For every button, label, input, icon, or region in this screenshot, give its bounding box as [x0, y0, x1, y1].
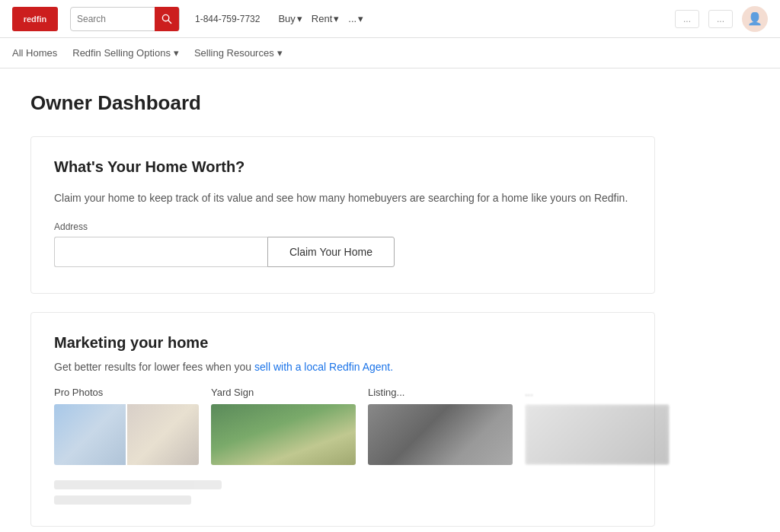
claim-heading: What's Your Home Worth? [54, 158, 631, 176]
avatar[interactable]: 👤 [742, 6, 768, 32]
subnav-all-homes[interactable]: All Homes [12, 41, 57, 65]
search-icon [161, 14, 172, 24]
nav-btn-1[interactable]: ... [675, 10, 699, 28]
nav-right: ... ... 👤 [675, 6, 768, 32]
subnav-selling-resources[interactable]: Selling Resources ▾ [194, 41, 283, 65]
claim-home-button[interactable]: Claim Your Home [267, 237, 395, 267]
subnav-selling-options[interactable]: Redfin Selling Options ▾ [72, 41, 179, 65]
marketing-item-yard-sign: Yard Sign [211, 387, 356, 465]
sub-nav: All Homes Redfin Selling Options ▾ Selli… [0, 38, 780, 68]
marketing-item-pro-photos: Pro Photos [54, 387, 199, 465]
claim-home-section: What's Your Home Worth? Claim your home … [30, 136, 655, 294]
marketing-section: Marketing your home Get better results f… [30, 312, 655, 527]
redfin-agent-link[interactable]: sell with a local Redfin Agent. [254, 361, 393, 373]
marketing-grid: Pro Photos Yard Sign Listing... [54, 387, 631, 465]
search-input[interactable] [71, 14, 155, 24]
blurred-label: ... [525, 387, 670, 398]
page-title: Owner Dashboard [30, 91, 655, 115]
nav-rent[interactable]: Rent ▾ [312, 13, 339, 24]
main-content: Owner Dashboard What's Your Home Worth? … [0, 68, 686, 532]
listing-image [368, 404, 513, 465]
search-bar [70, 7, 180, 31]
yard-sign-image [211, 404, 356, 465]
top-nav: redfin 1-844-759-7732 Buy ▾ Rent ▾ ... ▾… [0, 0, 780, 38]
logo[interactable]: redfin [12, 7, 58, 31]
address-row: Claim Your Home [54, 237, 631, 267]
claim-description: Claim your home to keep track of its val… [54, 190, 631, 206]
logo-text: redfin [24, 14, 47, 24]
pro-photos-label: Pro Photos [54, 387, 199, 398]
address-input[interactable] [54, 237, 267, 267]
bottom-blurred-content [54, 480, 631, 505]
listing-label: Listing... [368, 387, 513, 398]
marketing-item-blurred: ... [525, 387, 670, 465]
pro-photos-image [54, 404, 199, 465]
phone-number: 1-844-759-7732 [195, 14, 260, 24]
nav-btn-2[interactable]: ... [708, 10, 733, 28]
yard-sign-label: Yard Sign [211, 387, 356, 398]
svg-point-0 [162, 14, 168, 21]
nav-buy[interactable]: Buy ▾ [278, 13, 302, 24]
address-label: Address [54, 221, 631, 232]
blurred-line-2 [54, 495, 191, 505]
nav-more[interactable]: ... ▾ [348, 13, 363, 24]
main-nav: Buy ▾ Rent ▾ ... ▾ [278, 13, 363, 24]
blurred-line-1 [54, 480, 222, 489]
svg-line-1 [168, 21, 171, 24]
search-button[interactable] [155, 7, 179, 31]
marketing-description: Get better results for lower fees when y… [54, 361, 631, 373]
blurred-image [525, 404, 670, 465]
marketing-item-listing: Listing... [368, 387, 513, 465]
marketing-heading: Marketing your home [54, 334, 631, 352]
